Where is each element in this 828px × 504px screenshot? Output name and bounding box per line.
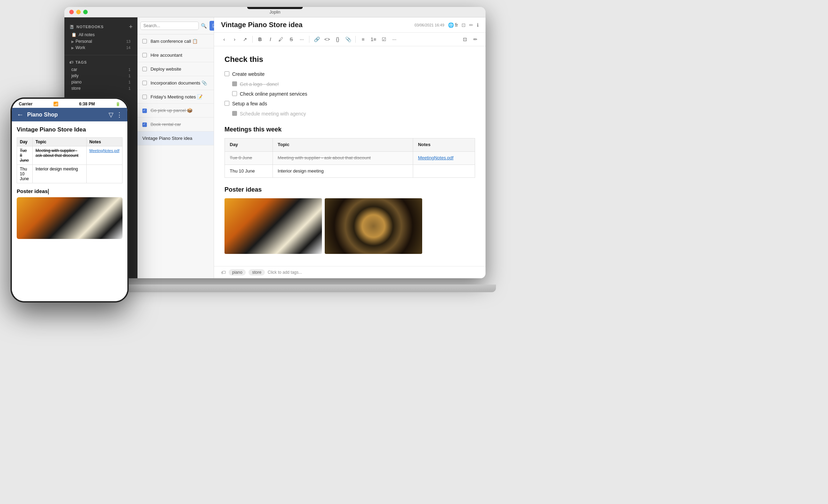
highlight-button[interactable]: 🖊 bbox=[276, 35, 285, 44]
check-label-logo: Get a logo - done! bbox=[240, 80, 279, 88]
sidebar-divider bbox=[64, 55, 137, 55]
phone-table-cell-day-1: Tue 8June bbox=[17, 146, 33, 165]
note-checkbox-checked bbox=[142, 109, 147, 113]
note-item-conference[interactable]: 8am conference call 📋 bbox=[137, 34, 214, 48]
phone-table-header-topic: Topic bbox=[32, 138, 86, 146]
sidebar-item-all-notes[interactable]: 📋 All notes bbox=[69, 31, 133, 38]
phone-time: 6:38 PM bbox=[79, 102, 95, 106]
checkbox-ads[interactable] bbox=[224, 101, 229, 106]
sidebar-item-work[interactable]: ▶ Work 14 bbox=[69, 45, 133, 51]
tag-piano[interactable]: piano bbox=[229, 269, 246, 275]
vinyl-image bbox=[325, 198, 422, 254]
meetings-heading: Meetings this week bbox=[224, 125, 475, 135]
notebooks-header: 📓 NOTEBOOKS + bbox=[69, 24, 133, 30]
poster-images bbox=[224, 198, 475, 254]
check-item-logo: Get a logo - done! bbox=[232, 80, 475, 88]
more-button[interactable]: ··· bbox=[390, 35, 399, 44]
sidebar-item-tag-jelly[interactable]: jelly 1 bbox=[69, 73, 133, 79]
note-checkbox bbox=[142, 95, 147, 99]
vinyl-image-bg bbox=[325, 198, 422, 254]
sidebar-item-tag-store[interactable]: store 1 bbox=[69, 85, 133, 91]
sidebar-item-tag-piano[interactable]: piano 1 bbox=[69, 79, 133, 85]
note-item-incorporation[interactable]: Incorporation documents 📎 bbox=[137, 76, 214, 90]
strikethrough-button[interactable]: S bbox=[287, 35, 296, 44]
tag-store[interactable]: store bbox=[249, 269, 265, 275]
external-link-button[interactable]: ↗ bbox=[240, 35, 250, 44]
note-item-rental[interactable]: Book rental car bbox=[137, 118, 214, 131]
piano-image-bg bbox=[224, 198, 322, 254]
add-notebook-button[interactable]: + bbox=[129, 24, 133, 30]
carrier-text: Carrier bbox=[19, 102, 32, 106]
note-item-parcel[interactable]: Go pick up parcel 📦 bbox=[137, 104, 214, 118]
note-item-piano-store[interactable]: Vintage Piano Store idea bbox=[137, 131, 214, 145]
phone-table: Day Topic Notes Tue 8June Meeting with s… bbox=[17, 137, 123, 183]
check-item-ads: Setup a few ads bbox=[224, 100, 475, 107]
link-button[interactable]: 🔗 bbox=[312, 35, 321, 44]
toolbar-separator-2 bbox=[309, 36, 309, 43]
code-block-button[interactable]: {} bbox=[333, 35, 342, 44]
view-toggle-icon[interactable]: ⊡ bbox=[462, 22, 466, 28]
phone-table-cell-notes-1: MeetingNotes.pdf bbox=[86, 146, 122, 165]
add-tags-button[interactable]: Click to add tags... bbox=[268, 270, 302, 275]
sidebar-item-personal[interactable]: ▶ Personal 13 bbox=[69, 38, 133, 45]
italic-button[interactable]: I bbox=[266, 35, 275, 44]
info-icon[interactable]: ℹ bbox=[477, 22, 479, 28]
editor-meta: 03/06/2021 16:49 🌐 fr ⊡ ✏ ℹ bbox=[415, 22, 479, 28]
attachment-button[interactable]: 📎 bbox=[344, 35, 353, 44]
code-button[interactable]: <> bbox=[323, 35, 332, 44]
notebooks-section: 📓 NOTEBOOKS + 📋 All notes ▶ Personal bbox=[64, 22, 137, 53]
phone-meeting-notes-link[interactable]: MeetingNotes.pdf bbox=[89, 149, 119, 153]
laptop-notch bbox=[247, 7, 303, 9]
phone-piano-image-bg bbox=[17, 197, 123, 239]
phone-poster-title: Poster ideas bbox=[17, 188, 123, 194]
phone-screen: Carrier 📶 6:38 PM 🔋 ← Piano Shop ▽ ⋮ Vin… bbox=[12, 99, 127, 301]
viewer-toggle-button[interactable]: ⊡ bbox=[460, 35, 470, 44]
edit-mode-button[interactable]: ✏ bbox=[471, 35, 480, 44]
note-item-hire-accountant[interactable]: Hire accountant bbox=[137, 48, 214, 62]
table-cell-topic-1: Meeting with supplier - ask about that d… bbox=[273, 151, 413, 165]
table-cell-notes-2 bbox=[413, 165, 475, 178]
note-checkbox-checked bbox=[142, 122, 147, 127]
phone-piano-image bbox=[17, 197, 123, 239]
phone-device: Carrier 📶 6:38 PM 🔋 ← Piano Shop ▽ ⋮ Vin… bbox=[10, 97, 129, 303]
phone-table-row: Tue 8June Meeting with supplier - ask ab… bbox=[17, 146, 123, 165]
tags-header: 🏷 TAGS bbox=[69, 60, 133, 64]
minimize-button[interactable] bbox=[76, 10, 81, 14]
language-button[interactable]: 🌐 fr bbox=[448, 22, 458, 28]
edit-icon[interactable]: ✏ bbox=[469, 22, 473, 28]
checkbox-logo[interactable] bbox=[232, 81, 237, 86]
maximize-button[interactable] bbox=[83, 10, 88, 14]
forward-button[interactable]: › bbox=[230, 35, 239, 44]
phone-table-cell-topic-1: Meeting with supplier - ask about that d… bbox=[32, 146, 86, 165]
editor: Vintage Piano Store idea 03/06/2021 16:4… bbox=[214, 17, 486, 278]
ordered-list-button[interactable]: 1≡ bbox=[369, 35, 378, 44]
check-item-schedule: Schedule meeting with agency bbox=[232, 110, 475, 118]
more-format-button[interactable]: ··· bbox=[297, 35, 306, 44]
table-cell-day-1: Tue 8 June bbox=[225, 151, 273, 165]
table-header-topic: Topic bbox=[273, 138, 413, 151]
unordered-list-button[interactable]: ≡ bbox=[358, 35, 368, 44]
filter-icon[interactable]: ▽ bbox=[109, 111, 113, 119]
note-item-meeting-notes[interactable]: Friday's Meeting notes 📝 bbox=[137, 90, 214, 104]
back-button[interactable]: ‹ bbox=[220, 35, 229, 44]
more-options-icon[interactable]: ⋮ bbox=[116, 111, 123, 119]
checklist-button[interactable]: ☑ bbox=[379, 35, 388, 44]
check-label-schedule: Schedule meeting with agency bbox=[240, 110, 306, 118]
search-input[interactable] bbox=[140, 22, 199, 30]
chevron-right-icon: ▶ bbox=[71, 46, 74, 50]
notebook-icon: 📓 bbox=[69, 25, 74, 29]
checkbox-schedule[interactable] bbox=[232, 111, 237, 116]
battery-icon: 🔋 bbox=[116, 102, 120, 106]
note-item-deploy-website[interactable]: Deploy website bbox=[137, 62, 214, 76]
checkbox-payment[interactable] bbox=[232, 91, 237, 96]
window-title: Joplin bbox=[269, 10, 280, 15]
bold-button[interactable]: B bbox=[255, 35, 265, 44]
table-header-day: Day bbox=[225, 138, 273, 151]
close-button[interactable] bbox=[69, 10, 74, 14]
back-button[interactable]: ← bbox=[17, 111, 24, 119]
note-checkbox bbox=[142, 39, 147, 43]
meeting-notes-link[interactable]: MeetingNotes.pdf bbox=[418, 155, 454, 160]
phone-status-bar: Carrier 📶 6:38 PM 🔋 bbox=[12, 99, 127, 108]
sidebar-item-tag-car[interactable]: car 1 bbox=[69, 66, 133, 73]
checkbox-create-website[interactable] bbox=[224, 71, 229, 76]
